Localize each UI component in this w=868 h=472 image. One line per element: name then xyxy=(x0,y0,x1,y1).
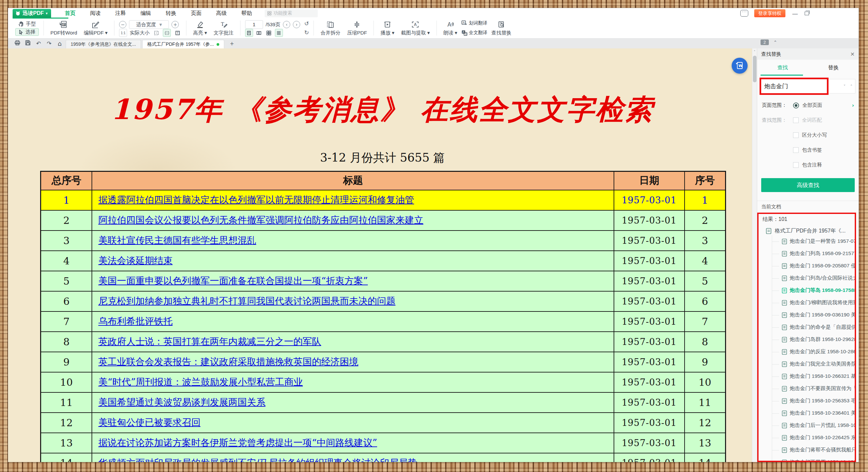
search-result-item[interactable]: 炮击金门 1958-10-226425 东京人士 xyxy=(771,432,855,444)
search-result-item[interactable]: 炮击金门的反应 1958-10-286308 杉 xyxy=(771,346,855,358)
tab-document-1957-active[interactable]: 格式工厂PDF合并 1957年《参... xyxy=(142,40,224,49)
search-result-item[interactable]: 炮击金门 1958-10-236401 美爆炸 xyxy=(771,407,855,419)
menu-item-编辑[interactable]: 编辑 xyxy=(133,8,159,19)
text-annotation-button[interactable]: T 文字批注 xyxy=(210,19,237,37)
search-result-item[interactable]: 炮击金门两星周 1958-10-166519 美 xyxy=(771,456,855,462)
search-result-item[interactable]: 炮击金门 1958-09-205807 侵台美军 xyxy=(771,260,855,272)
function-search-input[interactable]: 功能搜索 xyxy=(265,9,318,17)
search-result-item[interactable]: 炮击金门列岛 1958-09-215777 侵台 xyxy=(771,247,855,260)
document-scrollbar[interactable]: ˄ xyxy=(752,49,757,462)
search-result-item[interactable]: 炮击金门我完全主动美国务院恼羞成 xyxy=(771,358,855,370)
actual-size-icon[interactable]: 1:1 xyxy=(119,29,127,37)
search-input[interactable]: 炮击金门 ˅ ˄ xyxy=(761,79,856,94)
read-aloud-button[interactable]: A 朗读 ▾ xyxy=(440,19,461,37)
app-logo-button[interactable]: 迅读PDF ▾ xyxy=(12,9,51,18)
search-result-item[interactable]: 炮击金门 1958-10-266321 基维特到 xyxy=(771,370,855,382)
previous-page-button[interactable]: ‹ xyxy=(283,21,290,28)
search-result-item-selected[interactable]: 炮击金门等岛 1958-09-175889 美方 xyxy=(771,284,855,296)
new-tab-button[interactable]: ＋ xyxy=(225,39,239,48)
four-page-view-button[interactable] xyxy=(265,29,273,37)
search-result-item[interactable]: 炮击金门蒋帮不会骚扰我船只 1958- xyxy=(771,444,855,456)
single-page-view-button[interactable] xyxy=(245,29,253,37)
tab-replace[interactable]: 替换 xyxy=(808,64,859,71)
article-title-link[interactable]: 华盛顿方面对印尼政局的发展感到不安/马尼拉条约组织理事会将讨论印尼局势 xyxy=(98,458,417,462)
tab-document-1959[interactable]: 1959年《参考消息》在线全文... xyxy=(66,40,141,49)
article-title-link[interactable]: 据说在讨论苏加诺方案时各伊斯兰党曾考虑提出一项“中间路线建议” xyxy=(98,437,377,448)
include-bookmarks-checkbox[interactable] xyxy=(793,147,799,153)
highlight-button[interactable]: 高亮 ▾ xyxy=(190,19,210,37)
home-icon[interactable]: ⌂ xyxy=(55,40,64,47)
result-root-document[interactable]: 格式工厂PDF合并 1957年《... xyxy=(758,224,855,235)
article-title-link[interactable]: 美国希望通过美波贸易谈判发展两国关系 xyxy=(98,397,265,408)
screenshot-extract-button[interactable]: A 截图与提取 ▾ xyxy=(398,19,433,37)
article-title-link[interactable]: 美驻匈公使已被要求召回 xyxy=(98,417,200,428)
rotate-left-button[interactable]: ↺ xyxy=(304,20,309,27)
merge-split-button[interactable]: 合并拆分 xyxy=(317,19,344,37)
all-pages-radio[interactable] xyxy=(793,102,799,108)
login-button[interactable]: 登录享特权 xyxy=(754,9,785,17)
article-title-link[interactable]: 美联社宣传民主德国有些学生思想混乱 xyxy=(98,235,256,246)
zoom-in-button[interactable]: + xyxy=(172,21,179,28)
pdf-to-word-floating-button[interactable]: W xyxy=(732,58,748,74)
article-title-link[interactable]: 尼克松到加纳参加独立典礼时不打算同我国代表讨论两国悬而未决的问题 xyxy=(98,295,395,307)
pdf-to-word-button[interactable]: W PDF转Word xyxy=(47,19,81,37)
search-result-item[interactable]: 炮击金门后一片慌乱 1958-10-2264 xyxy=(771,419,855,432)
article-title-link[interactable]: 乌布利希批评铁托 xyxy=(98,316,173,327)
tab-find[interactable]: 查找 xyxy=(757,64,808,71)
search-result-item[interactable]: 炮击金门岛群 1958-10-296288叶公超 xyxy=(771,333,855,346)
menu-item-页面[interactable]: 页面 xyxy=(184,8,209,19)
case-sensitive-checkbox[interactable] xyxy=(793,132,799,138)
menu-item-首页[interactable]: 首页 xyxy=(58,8,83,19)
article-title-link[interactable]: 阿拉伯四国会议公报要以色列无条件撤军强调阿拉伯防务应由阿拉伯国家来建立 xyxy=(98,215,423,225)
page-number-input[interactable]: 1 xyxy=(245,20,263,29)
menu-item-转换[interactable]: 转换 xyxy=(159,8,184,19)
play-button[interactable]: 播放 ▾ xyxy=(377,19,398,37)
save-icon[interactable] xyxy=(23,40,32,47)
select-tool-button[interactable]: 选择 xyxy=(15,28,39,36)
find-previous-icon[interactable]: ˄ xyxy=(850,84,853,89)
menu-item-注释[interactable]: 注释 xyxy=(108,8,133,19)
zoom-out-button[interactable]: − xyxy=(119,21,126,28)
rotate-right-button[interactable]: ↻ xyxy=(304,29,309,36)
search-result-item[interactable]: 炮击金门/柳鹳图说我将使用重型的大 xyxy=(771,296,855,309)
redo-icon[interactable]: ↷ xyxy=(44,40,54,47)
continuous-scroll-view-button[interactable] xyxy=(275,29,283,37)
scrollbar-thumb[interactable] xyxy=(753,56,756,82)
snapshot-mode-button[interactable] xyxy=(163,29,171,37)
zoom-level-select[interactable]: 适合宽度 ▼ xyxy=(129,20,169,29)
feedback-chat-icon[interactable] xyxy=(740,10,748,17)
expand-page-range-icon[interactable]: › xyxy=(852,102,854,108)
article-title-link[interactable]: 美“时代”周刊报道：波兰鼓励发展小型私营工商业 xyxy=(98,376,303,387)
search-result-item[interactable]: 炮击金门 1958-10-256353 毛主席同 xyxy=(771,395,855,407)
article-title-link[interactable]: 美国一面重申要以色列撤军一面准备在联合国提出一项“折衷方案” xyxy=(98,275,368,286)
menu-item-高级[interactable]: 高级 xyxy=(209,8,234,19)
undo-icon[interactable]: ↶ xyxy=(34,40,43,47)
fulltext-translate-button[interactable]: A 文 全文翻译 xyxy=(461,30,488,36)
article-title-link[interactable]: 英政府人士说：英国打算在两年内裁减三分之一的军队 xyxy=(98,336,321,347)
menu-item-帮助[interactable]: 帮助 xyxy=(234,8,259,19)
find-replace-button[interactable]: 查找替换 xyxy=(488,19,515,37)
next-page-button[interactable]: › xyxy=(293,21,300,28)
print-icon[interactable] xyxy=(12,40,22,47)
include-annotations-checkbox[interactable] xyxy=(793,162,799,168)
whole-word-checkbox[interactable] xyxy=(793,118,799,123)
compress-pdf-button[interactable]: 压缩PDF xyxy=(344,19,370,37)
word-translate-button[interactable]: A 划词翻译 xyxy=(461,20,488,26)
edit-pdf-button[interactable]: 编辑PDF ▾ xyxy=(81,19,111,37)
scroll-up-arrow[interactable]: ˄ xyxy=(752,49,757,54)
article-title-link[interactable]: 美法会谈延期结束 xyxy=(98,255,173,266)
hand-tool-button[interactable]: 手型 xyxy=(15,20,39,28)
search-result-item[interactable]: 炮击金门的命令是「自愿提供的情报 xyxy=(771,321,855,333)
marquee-select-mode-button[interactable] xyxy=(152,29,160,37)
advanced-search-button[interactable]: 高级查找 xyxy=(761,178,855,192)
restore-window-button[interactable] xyxy=(805,11,809,15)
find-next-icon[interactable]: ˅ xyxy=(843,84,846,89)
two-page-view-button[interactable] xyxy=(255,29,263,37)
close-icon[interactable]: ✕ xyxy=(850,51,855,57)
search-result-item[interactable]: 炮击金门 1958-09-036190 美联社报 xyxy=(771,309,855,321)
collapse-toolbar-icon[interactable]: ⌃ xyxy=(773,40,777,45)
document-viewport[interactable]: 1957年 《参考消息》 在线全文文字检索 3-12 月份共计 5655 篇 总… xyxy=(8,49,757,462)
search-result-item[interactable]: 炮击金门不要跟美国宣传为「侵略」 xyxy=(771,382,855,395)
article-title-link[interactable]: 据透露阿拉伯四国首脑决定在以色列撤军以前无限期停止清理运河和修复油管 xyxy=(98,194,414,205)
search-result-item[interactable]: 炮击金门是一种警告 1957-07-16 23 xyxy=(771,235,855,247)
